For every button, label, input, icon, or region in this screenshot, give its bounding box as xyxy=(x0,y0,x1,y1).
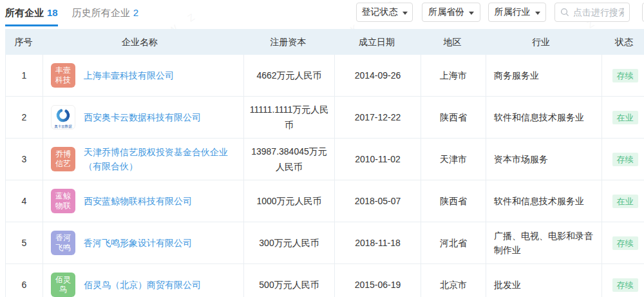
logo-line: 鸟 xyxy=(59,285,67,294)
company-name-link[interactable]: 香河飞鸣形象设计有限公司 xyxy=(84,236,192,250)
row-index: 6 xyxy=(6,264,43,297)
registered-capital: 300万元人民币 xyxy=(243,222,334,263)
tab-bar: 所有企业18 历史所有企业2 xyxy=(5,7,138,26)
company-name-link[interactable]: 天津乔博信艺股权投资基金合伙企业（有限合伙） xyxy=(84,145,238,173)
company-logo[interactable]: 乔博信艺 xyxy=(51,147,75,171)
company-name-link[interactable]: 西安蓝鲸物联科技有限公司 xyxy=(84,194,192,208)
logo-line: 物联 xyxy=(55,201,71,211)
filter-label: 所属省份 xyxy=(428,6,464,18)
logo-line: 科技 xyxy=(55,75,71,85)
row-index: 3 xyxy=(6,139,43,180)
established-date: 2018-05-07 xyxy=(334,180,421,222)
table-row: 1丰壹科技上海丰壹科技有限公司4662万元人民币2014-09-26上海市商务服… xyxy=(5,55,644,97)
toolbar: 所有企业18 历史所有企业2 登记状态 所属省份 所属行业 xyxy=(0,0,644,29)
industry: 软件和信息技术服务业 xyxy=(486,97,601,138)
emblem-swirl-icon xyxy=(55,108,71,124)
status-badge: 存续 xyxy=(612,278,638,292)
company-cell: 蓝鲸物联西安蓝鲸物联科技有限公司 xyxy=(43,180,243,222)
region: 陕西省 xyxy=(421,97,486,138)
established-date: 2015-06-19 xyxy=(334,264,421,297)
region: 上海市 xyxy=(421,55,486,96)
row-index: 5 xyxy=(6,222,43,263)
search-input[interactable] xyxy=(573,7,624,17)
company-cell: 乔博信艺天津乔博信艺股权投资基金合伙企业（有限合伙） xyxy=(43,139,243,180)
established-date: 2010-11-02 xyxy=(334,139,421,180)
industry: 软件和信息技术服务业 xyxy=(486,180,601,222)
company-logo[interactable]: 香河飞鸣 xyxy=(51,231,75,255)
logo-line: 信艺 xyxy=(55,159,71,169)
status-cell: 存续 xyxy=(601,264,644,297)
industry-filter[interactable]: 所属行业 xyxy=(488,3,546,22)
logo-line: 乔博 xyxy=(55,149,71,159)
registered-capital: 13987.384045万元人民币 xyxy=(243,139,334,180)
registered-capital: 500万元人民币 xyxy=(243,264,334,297)
header-established-date: 成立日期 xyxy=(334,29,420,55)
established-date: 2014-09-26 xyxy=(334,55,421,96)
company-cell: 奥卡云数据西安奥卡云数据科技有限公司 xyxy=(43,97,243,138)
tab-all-companies[interactable]: 所有企业18 xyxy=(5,7,58,26)
tab-label: 所有企业 xyxy=(5,7,44,18)
industry: 商务服务业 xyxy=(486,55,601,96)
logo-line: 佰灵 xyxy=(55,275,71,285)
region: 陕西省 xyxy=(421,180,486,222)
status-badge: 存续 xyxy=(612,69,638,82)
company-name-link[interactable]: 佰灵鸟（北京）商贸有限公司 xyxy=(84,278,201,292)
status-badge: 存续 xyxy=(612,236,638,250)
header-index: 序号 xyxy=(5,29,42,55)
company-logo[interactable]: 佰灵鸟 xyxy=(51,273,75,297)
row-index: 1 xyxy=(6,55,43,96)
region: 天津市 xyxy=(421,139,486,180)
registered-capital: 1000万元人民币 xyxy=(243,180,334,222)
companies-table: 序号 企业名称 注册资本 成立日期 地区 行业 状态 1丰壹科技上海丰壹科技有限… xyxy=(5,29,644,297)
industry: 批发业 xyxy=(486,264,601,297)
company-name-link[interactable]: 上海丰壹科技有限公司 xyxy=(84,68,174,82)
table-row: 4蓝鲸物联西安蓝鲸物联科技有限公司1000万元人民币2018-05-07陕西省软… xyxy=(5,180,644,222)
table-row: 2奥卡云数据西安奥卡云数据科技有限公司11111.1111万元人民币2017-1… xyxy=(5,97,644,139)
chevron-down-icon xyxy=(469,12,474,15)
status-cell: 存续 xyxy=(601,222,644,263)
logo-line: 飞鸣 xyxy=(55,243,71,253)
registration-status-filter[interactable]: 登记状态 xyxy=(356,3,413,22)
row-index: 2 xyxy=(6,97,43,138)
province-filter[interactable]: 所属省份 xyxy=(422,3,480,22)
status-badge: 在业 xyxy=(612,111,638,124)
tab-label: 历史所有企业 xyxy=(72,7,130,18)
company-cell: 香河飞鸣香河飞鸣形象设计有限公司 xyxy=(43,222,243,263)
company-name-link[interactable]: 西安奥卡云数据科技有限公司 xyxy=(84,110,201,124)
registered-capital: 4662万元人民币 xyxy=(243,55,334,96)
search-icon xyxy=(560,8,569,17)
chevron-down-icon xyxy=(402,12,408,15)
industry: 资本市场服务 xyxy=(486,139,601,180)
status-cell: 在业 xyxy=(601,180,644,222)
established-date: 2017-12-22 xyxy=(334,97,421,138)
company-logo[interactable]: 丰壹科技 xyxy=(51,63,75,88)
chevron-down-icon xyxy=(535,12,540,15)
region: 河北省 xyxy=(421,222,486,263)
filter-label: 登记状态 xyxy=(362,6,398,18)
registered-capital: 11111.1111万元人民币 xyxy=(243,97,334,138)
logo-line: 丰壹 xyxy=(55,66,71,75)
company-cell: 佰灵鸟佰灵鸟（北京）商贸有限公司 xyxy=(43,264,243,297)
header-registered-capital: 注册资本 xyxy=(243,29,334,55)
logo-line: 蓝鲸 xyxy=(55,191,71,201)
table-row: 3乔博信艺天津乔博信艺股权投资基金合伙企业（有限合伙）13987.384045万… xyxy=(5,139,644,180)
status-badge: 存续 xyxy=(612,153,638,166)
header-region: 地区 xyxy=(420,29,485,55)
tab-history-companies[interactable]: 历史所有企业2 xyxy=(72,7,138,24)
tab-count: 2 xyxy=(133,7,138,18)
company-logo[interactable]: 奥卡云数据 xyxy=(51,105,75,129)
header-industry: 行业 xyxy=(485,29,601,55)
search-box[interactable] xyxy=(554,3,630,22)
company-logo[interactable]: 蓝鲸物联 xyxy=(51,189,75,213)
row-index: 4 xyxy=(6,180,43,222)
status-cell: 存续 xyxy=(601,139,644,180)
company-cell: 丰壹科技上海丰壹科技有限公司 xyxy=(43,55,243,96)
filter-label: 所属行业 xyxy=(495,6,531,18)
tab-count: 18 xyxy=(47,7,58,18)
logo-line: 香河 xyxy=(55,233,71,243)
status-cell: 存续 xyxy=(601,55,644,96)
region: 北京市 xyxy=(421,264,486,297)
established-date: 2018-11-18 xyxy=(334,222,421,263)
table-header: 序号 企业名称 注册资本 成立日期 地区 行业 状态 xyxy=(5,29,644,55)
status-cell: 在业 xyxy=(601,97,644,138)
